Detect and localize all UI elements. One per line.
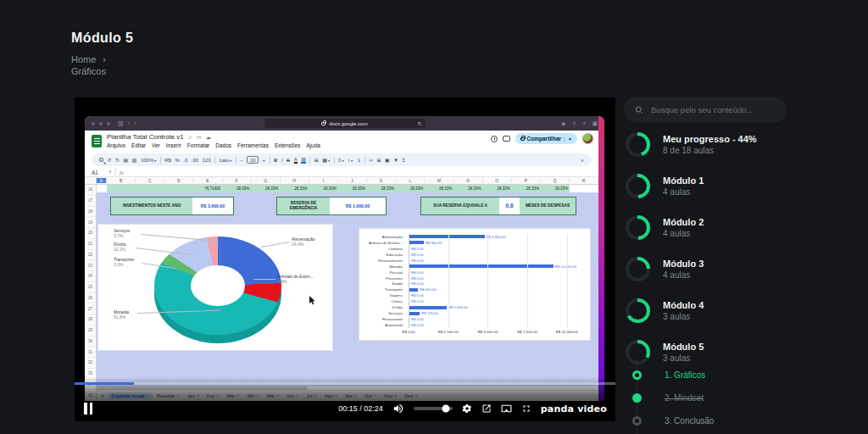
volume-icon[interactable] bbox=[392, 403, 404, 415]
search-input[interactable]: Busque pelo seu conteúdo... bbox=[624, 97, 787, 123]
column-header-L[interactable]: L bbox=[396, 178, 425, 183]
menu-editar[interactable]: Editar bbox=[131, 142, 146, 148]
row-number-22[interactable]: 22 bbox=[85, 250, 96, 261]
row-number-30[interactable]: 30 bbox=[85, 337, 96, 348]
sheet-grid[interactable]: 1617181920212223242526272829303132333435… bbox=[85, 185, 598, 401]
row-number-23[interactable]: 23 bbox=[85, 260, 96, 271]
insert-chart-button[interactable]: ▣ bbox=[385, 158, 390, 163]
fill-color-button[interactable]: ▨ bbox=[301, 157, 306, 164]
row-number-16[interactable]: 16 bbox=[85, 185, 96, 196]
paint-format-icon[interactable]: ▧ bbox=[132, 158, 137, 163]
column-header-J[interactable]: J bbox=[338, 178, 367, 183]
functions-button[interactable]: Σ bbox=[403, 158, 406, 163]
column-header-R[interactable]: R bbox=[570, 178, 598, 183]
wrap-button[interactable]: ↴ bbox=[357, 158, 361, 163]
merge-button[interactable]: ▦▾ bbox=[322, 158, 330, 163]
my-progress-item[interactable]: Meu progresso - 44%8 de 18 aulas bbox=[626, 131, 757, 159]
link-button[interactable]: ∞ bbox=[370, 158, 373, 163]
module-item-2[interactable]: Módulo 24 aulas bbox=[626, 214, 757, 242]
row-number-19[interactable]: 19 bbox=[85, 217, 96, 228]
filter-button[interactable]: ▼ bbox=[393, 158, 398, 163]
row-number-20[interactable]: 20 bbox=[85, 228, 96, 239]
row-number-24[interactable]: 24 bbox=[85, 271, 96, 282]
decrease-decimal[interactable]: .0 bbox=[183, 158, 187, 163]
pause-button[interactable] bbox=[84, 403, 92, 415]
volume-slider[interactable] bbox=[414, 407, 453, 410]
toolbar-collapse-icon[interactable]: ∧ bbox=[581, 158, 584, 163]
settings-gear-icon[interactable] bbox=[462, 403, 472, 414]
redo-icon[interactable]: ↻ bbox=[115, 158, 120, 163]
borders-button[interactable]: ⊞ bbox=[314, 158, 319, 163]
row-number-18[interactable]: 18 bbox=[85, 207, 96, 218]
column-header-F[interactable]: F bbox=[223, 178, 252, 183]
select-all-corner[interactable] bbox=[85, 177, 97, 184]
menu-inserir[interactable]: Inserir bbox=[166, 142, 181, 148]
menu-ferramentas[interactable]: Ferramentas bbox=[237, 142, 269, 148]
lesson-item-2-mindset[interactable]: 2. Mindset bbox=[626, 387, 863, 409]
row-number-26[interactable]: 26 bbox=[85, 293, 96, 304]
module-item-4[interactable]: Módulo 43 aulas bbox=[626, 297, 757, 325]
volume-knob[interactable] bbox=[442, 405, 450, 413]
module-item-1[interactable]: Módulo 14 aulas bbox=[626, 172, 757, 200]
row-number-29[interactable]: 29 bbox=[85, 326, 96, 337]
row-number-27[interactable]: 27 bbox=[85, 303, 96, 314]
column-header-O[interactable]: O bbox=[483, 178, 512, 183]
row-number-17[interactable]: 17 bbox=[85, 196, 96, 207]
row-number-21[interactable]: 21 bbox=[85, 239, 96, 250]
percent-format[interactable]: % bbox=[175, 158, 179, 163]
cast-icon[interactable] bbox=[501, 403, 512, 415]
column-header-E[interactable]: E bbox=[193, 178, 222, 183]
avatar[interactable] bbox=[582, 133, 593, 144]
seek-bar[interactable] bbox=[75, 382, 615, 385]
zoom-select[interactable]: 100%▾ bbox=[141, 158, 156, 163]
menu-dados[interactable]: Dados bbox=[215, 142, 231, 148]
fullscreen-icon[interactable] bbox=[521, 403, 531, 414]
donut-chart-card[interactable]: Alimentação24,4%Animais de Estim...4,9%M… bbox=[98, 225, 332, 350]
italic-button[interactable]: I bbox=[281, 158, 283, 163]
strikethrough-button[interactable]: S bbox=[287, 158, 290, 163]
module-item-5[interactable]: Módulo 53 aulas bbox=[626, 338, 757, 366]
lesson-item-3-conclus-o[interactable]: 3. Conclusão bbox=[626, 409, 863, 432]
open-external-icon[interactable] bbox=[481, 403, 492, 414]
menu-ajuda[interactable]: Ajuda bbox=[306, 142, 320, 148]
column-header-A[interactable]: A bbox=[97, 178, 107, 183]
video-player[interactable]: ▥ ‹ › docs.google.com ↻ ◈ ⇧ + ▣ Planilha… bbox=[75, 97, 615, 421]
column-header-I[interactable]: I bbox=[309, 178, 338, 183]
menu-formatar[interactable]: Formatar bbox=[187, 142, 209, 148]
increase-decimal[interactable]: .00 bbox=[192, 158, 198, 163]
valign-button[interactable]: ↕▾ bbox=[348, 158, 353, 163]
font-size-decrease[interactable]: − bbox=[240, 158, 243, 163]
row-number-28[interactable]: 28 bbox=[85, 314, 96, 326]
module-item-3[interactable]: Módulo 34 aulas bbox=[626, 255, 757, 283]
lesson-item-1-gr-ficos[interactable]: 1. Gráficos bbox=[626, 364, 863, 387]
row-number-25[interactable]: 25 bbox=[85, 282, 96, 293]
breadcrumb-home[interactable]: Home bbox=[71, 53, 96, 65]
bold-button[interactable]: B bbox=[274, 158, 277, 163]
font-size-increase[interactable]: + bbox=[263, 158, 266, 163]
font-select[interactable]: Lato▾ bbox=[220, 158, 232, 163]
column-header-Q[interactable]: Q bbox=[541, 178, 570, 183]
column-header-M[interactable]: M bbox=[425, 178, 453, 183]
column-header-G[interactable]: G bbox=[252, 178, 281, 183]
text-color-button[interactable]: A bbox=[294, 157, 298, 164]
column-header-N[interactable]: N bbox=[454, 178, 483, 183]
column-header-D[interactable]: D bbox=[164, 178, 193, 183]
align-button[interactable]: ≡▾ bbox=[338, 158, 344, 163]
row-number-32[interactable]: 32 bbox=[85, 358, 96, 369]
bar-chart-card[interactable]: AlimentaçãoAnimais de Estima...ConfortoE… bbox=[359, 229, 590, 340]
column-header-H[interactable]: H bbox=[281, 178, 309, 183]
font-size-value[interactable]: 10 bbox=[247, 156, 259, 164]
currency-format[interactable]: R$ bbox=[164, 158, 171, 163]
row-number-31[interactable]: 31 bbox=[85, 347, 96, 358]
column-header-C[interactable]: C bbox=[136, 178, 164, 183]
column-header-K[interactable]: K bbox=[367, 178, 396, 183]
insert-comment-button[interactable]: ⊞ bbox=[376, 158, 381, 163]
print-icon[interactable]: ▤ bbox=[124, 158, 129, 163]
menu-arquivo[interactable]: Arquivo bbox=[107, 142, 125, 148]
undo-icon[interactable]: ↺ bbox=[108, 158, 112, 163]
share-button[interactable]: Compartilhar ▼ bbox=[515, 133, 577, 144]
column-header-B[interactable]: B bbox=[107, 178, 136, 183]
number-format[interactable]: 123 bbox=[203, 158, 211, 163]
name-box[interactable]: A1▼ bbox=[92, 170, 112, 175]
search-icon[interactable] bbox=[99, 158, 103, 162]
